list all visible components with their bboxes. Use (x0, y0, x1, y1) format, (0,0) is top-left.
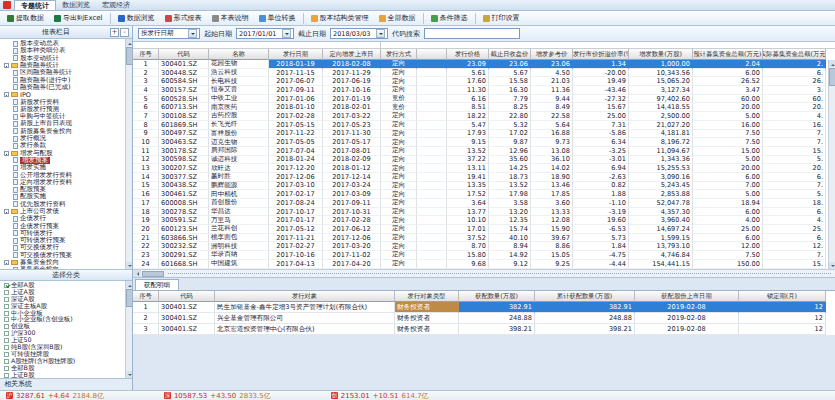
table-row[interactable]: 15300438.SZ鹏辉能源2017-03-102017-03-24定向13.… (133, 182, 835, 191)
category-item-1[interactable]: 上证A股 (4, 289, 132, 296)
scroll-up-icon[interactable] (829, 60, 835, 67)
column-header-11[interactable]: 增发数量(万股) (629, 49, 693, 60)
category-item-8[interactable]: 上证50 (4, 337, 132, 344)
tree-item-20[interactable]: 配股预案 (2, 186, 132, 193)
tree-item-23[interactable]: 上市公司发债 (2, 208, 132, 215)
scroll-down-icon[interactable] (829, 262, 835, 269)
scroll-thumb[interactable] (126, 289, 132, 307)
category-item-12[interactable]: 全部B股 (4, 365, 132, 372)
checkbox-icon[interactable] (4, 311, 9, 316)
tree-item-29[interactable]: 可交换债发行预案 (2, 252, 132, 259)
column-header-2[interactable]: 名称 (209, 49, 269, 60)
column-header-3[interactable]: 发行日期 (269, 49, 323, 60)
tree-item-19[interactable]: 定向增发发行资料 (2, 179, 132, 186)
category-item-11[interactable]: A股挂牌(含H股挂牌股) (4, 358, 132, 365)
category-item-9[interactable]: 纯B股(含深圳B股) (4, 344, 132, 351)
checkbox-icon[interactable] (4, 345, 9, 350)
tree-item-17[interactable]: 增发实施 (2, 164, 132, 171)
titlebar-tab-0[interactable]: 专题统计 (14, 0, 56, 10)
detail-column-header-7[interactable]: 锁定期(月) (739, 291, 826, 302)
tree-item-26[interactable]: 可转债发行 (2, 230, 132, 237)
category-item-4[interactable]: 中小企业板 (4, 310, 132, 317)
checkbox-icon[interactable] (4, 366, 9, 371)
checkbox-icon[interactable] (4, 352, 9, 357)
column-header-1[interactable]: 代码 (159, 49, 209, 60)
toolbar-button-8[interactable]: 条件筛选 (428, 12, 471, 24)
tree-item-15[interactable]: 增发与配股 (2, 149, 132, 156)
table-row[interactable]: 18300278.SZ华昌达2017-10-172017-10-31定向13.7… (133, 208, 835, 217)
column-header-13[interactable]: 实际募集资金总额(万元) (763, 49, 826, 60)
scroll-thumb[interactable] (126, 47, 132, 65)
category-item-6[interactable]: 创业板 (4, 323, 132, 330)
category-scrollbar[interactable] (125, 281, 132, 378)
tree-item-5[interactable]: 融资融券(进行中) (2, 76, 132, 83)
table-row[interactable]: 9300497.SZ富祥股份2017-11-222017-11-30定向17.9… (133, 130, 835, 139)
scroll-down-icon[interactable] (126, 371, 132, 378)
column-header-7[interactable]: 发行价格 (447, 49, 489, 60)
checkbox-icon[interactable] (4, 297, 9, 302)
tree-item-11[interactable]: 新股上市首日表现 (2, 120, 132, 127)
detail-column-header-0[interactable]: 序号 (133, 291, 159, 302)
category-item-2[interactable]: 深证A股 (4, 296, 132, 303)
scroll-track[interactable] (168, 273, 831, 274)
scroll-left-icon[interactable] (133, 270, 141, 277)
table-row[interactable]: 17600008.SH首创股份2017-08-242017-09-11定向3.6… (133, 199, 835, 208)
category-item-0[interactable]: 全部A股 (4, 282, 132, 289)
column-header-9[interactable]: 增发参考价 (531, 49, 573, 60)
detail-column-header-3[interactable]: 发行对象类型 (395, 291, 459, 302)
category-item-7[interactable]: 沪深300 (4, 330, 132, 337)
table-row[interactable]: 24601668.SH中国建筑2017-04-132017-04-20定向9.6… (133, 260, 835, 269)
expand-all-button[interactable]: + (110, 28, 119, 37)
detail-column-header-4[interactable]: 获配数量(万股) (459, 291, 535, 302)
scroll-thumb[interactable] (142, 271, 164, 277)
chevron-down-icon[interactable] (188, 29, 197, 38)
table-row[interactable]: 20600123.SH兰花科创2017-05-122017-06-12定向17.… (133, 225, 835, 234)
tree-item-18[interactable]: 公开增发发行资料 (2, 171, 132, 178)
toolbar-button-3[interactable]: 形式报表 (162, 12, 205, 24)
code-search-input[interactable] (424, 28, 520, 39)
table-row[interactable]: 23300291.SZ华录百纳2017-10-162017-11-02定向15.… (133, 251, 835, 260)
detail-column-header-2[interactable]: 发行对象 (215, 291, 395, 302)
tree-item-1[interactable]: 股本种类细分表 (2, 47, 132, 54)
checkbox-icon[interactable] (4, 283, 9, 288)
scroll-up-icon[interactable] (126, 39, 132, 46)
scroll-up-icon[interactable] (126, 281, 132, 288)
column-header-12[interactable]: 预计募集资金总额(万元) (693, 49, 763, 60)
checkbox-icon[interactable] (4, 338, 9, 343)
tree-item-25[interactable]: 企债发行预案 (2, 222, 132, 229)
toolbar-button-9[interactable]: 打印设置 (480, 12, 523, 24)
titlebar-tab-1[interactable]: 数据浏览 (56, 0, 96, 10)
detail-column-header-6[interactable]: 获配股份上市日期 (635, 291, 739, 302)
table-row[interactable]: 22300232.SZ洲明科技2017-02-272017-03-20定向8.7… (133, 242, 835, 251)
detail-row[interactable]: 3300401.SZ北京宏道投资管理中心(有限合伙)财务投资者398.21398… (133, 324, 835, 335)
tree-collapse-icon[interactable] (4, 209, 9, 214)
table-row[interactable]: 3600584.SH长电科技2017-06-072017-06-19定向17.6… (133, 77, 835, 86)
detail-row[interactable]: 1300401.SZ民生加银基金-鑫牛定增3号资产管理计划(有限合伙)财务投资者… (133, 302, 835, 313)
toolbar-button-4[interactable]: 本表说明 (209, 12, 252, 24)
tab-allotment-detail[interactable]: 获配明细 (135, 279, 179, 290)
tree-item-31[interactable]: 募集资金投向 (2, 266, 132, 269)
toolbar-button-6[interactable]: 股本结构类管理 (308, 12, 372, 24)
category-item-3[interactable]: 深证主板A股 (4, 303, 132, 310)
checkbox-icon[interactable] (4, 373, 9, 378)
table-row[interactable]: 4300157.SZ恒泰艾普2017-09-112017-10-16定向11.3… (133, 86, 835, 95)
checkbox-icon[interactable] (4, 317, 9, 322)
table-row[interactable]: 11300178.SZ腾邦国际2017-07-042017-08-01定向13.… (133, 147, 835, 156)
table-row[interactable]: 13300207.SZ欣旺达2017-12-202018-01-12定向13.1… (133, 164, 835, 173)
column-header-6[interactable] (417, 49, 447, 60)
tree-item-13[interactable]: 发行概况 (2, 135, 132, 142)
tree-item-2[interactable]: 股本变动统计 (2, 55, 132, 62)
start-date-select[interactable]: 2017/01/01 (236, 28, 294, 39)
checkbox-icon[interactable] (4, 324, 9, 329)
tree-item-4[interactable]: 区间融资融券统计 (2, 69, 132, 76)
checkbox-icon[interactable] (4, 331, 9, 336)
table-row[interactable]: 16300461.SZ田中精机2017-02-172017-03-09定向17.… (133, 190, 835, 199)
chevron-down-icon[interactable] (376, 29, 385, 38)
table-row[interactable]: 2300448.SZ浩云科技2017-11-152017-11-29定向5.61… (133, 69, 835, 78)
column-header-5[interactable]: 发行方式 (381, 49, 417, 60)
toolbar-button-2[interactable]: 数据浏览 (115, 12, 158, 24)
column-header-8[interactable]: 截止日收盘价 (489, 49, 531, 60)
tree-item-10[interactable]: 申购与中签统计 (2, 113, 132, 120)
table-row[interactable]: 8601869.SH长飞光纤2017-05-152017-05-23定向5.47… (133, 121, 835, 130)
tree-item-0[interactable]: 股本变动总表 (2, 40, 132, 47)
